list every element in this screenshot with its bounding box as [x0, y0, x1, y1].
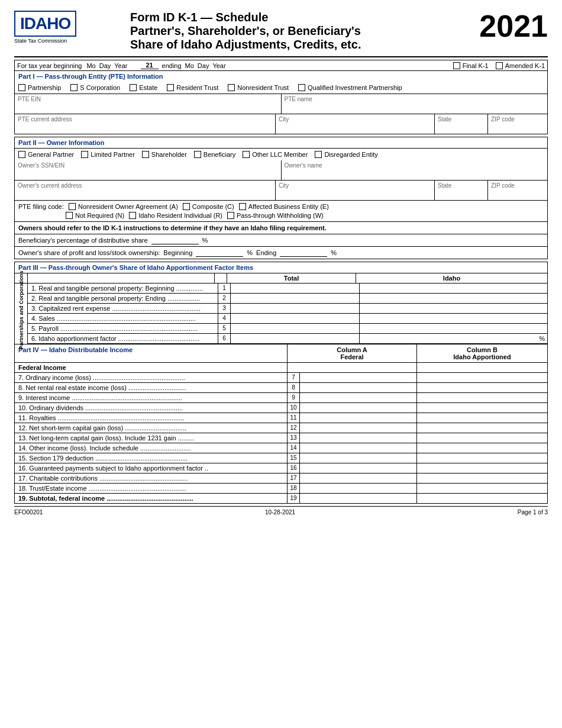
- part4-row8-b[interactable]: [417, 383, 547, 392]
- part4-row10-a[interactable]: [300, 403, 417, 413]
- part3-row2-idaho[interactable]: [360, 294, 547, 303]
- year-value[interactable]: 21: [141, 62, 159, 69]
- part4-row-12: 12. Net short-term capital gain (loss) .…: [14, 423, 548, 433]
- part3-row1-idaho[interactable]: [360, 284, 547, 293]
- part4-row17-a[interactable]: [300, 473, 417, 483]
- amended-k1-box[interactable]: [496, 62, 503, 69]
- part4-row9-a[interactable]: [300, 393, 417, 402]
- part4-row7-b[interactable]: [417, 373, 547, 382]
- part4-row7-a[interactable]: [300, 373, 417, 382]
- part4-row13-b[interactable]: [417, 433, 547, 443]
- part4-row8-a[interactable]: [300, 383, 417, 392]
- part4-row16-b[interactable]: [417, 463, 547, 473]
- owner-name-cell: Owner's name: [282, 160, 548, 180]
- part3-row6-total[interactable]: [231, 334, 360, 343]
- part4-federal-income-label: Federal Income: [15, 363, 287, 372]
- owner-ssn-value[interactable]: [18, 169, 278, 178]
- beneficiary-checkbox[interactable]: Beneficiary: [194, 151, 235, 158]
- owner-address-value[interactable]: [18, 189, 272, 198]
- beginning-label: Beginning: [163, 249, 192, 256]
- part4-row14-b[interactable]: [417, 443, 547, 453]
- part4-row11-a[interactable]: [300, 413, 417, 423]
- disregarded-entity-checkbox[interactable]: Disregarded Entity: [315, 151, 378, 158]
- part3-desc-header: [28, 273, 214, 283]
- idaho-resident-checkbox[interactable]: Idaho Resident Individual (R): [129, 212, 222, 219]
- part3-row3-desc: 3. Capitalized rent expense ............…: [28, 304, 218, 313]
- pte-name-value[interactable]: [285, 102, 545, 112]
- pte-state-value[interactable]: [438, 123, 485, 132]
- owner-city-value[interactable]: [279, 189, 431, 198]
- part3-row-6: 6. Idaho apportionment factor ..........…: [28, 334, 547, 344]
- part3-row2-num: 2: [218, 294, 231, 303]
- part4-row15-a[interactable]: [300, 453, 417, 463]
- part4-row19-desc: 19. Subtotal, federal income ...........…: [15, 494, 287, 503]
- part4-row16-num: 16: [287, 463, 300, 473]
- limited-partner-checkbox[interactable]: Limited Partner: [81, 151, 135, 158]
- nonresident-agreement-checkbox[interactable]: Nonresident Owner Agreement (A): [69, 203, 178, 210]
- amended-k1-checkbox[interactable]: Amended K-1: [496, 62, 545, 69]
- nonresident-trust-checkbox[interactable]: Nonresident Trust: [228, 84, 289, 91]
- not-required-checkbox[interactable]: Not Required (N): [66, 212, 124, 219]
- part4-row9-b[interactable]: [417, 393, 547, 402]
- owners-share-label: Owner's share of profit and loss/stock o…: [18, 249, 160, 256]
- other-llc-checkbox[interactable]: Other LLC Member: [243, 151, 308, 158]
- pte-city-value[interactable]: [279, 123, 431, 132]
- part4-row14-a[interactable]: [300, 443, 417, 453]
- owner-zip-cell: ZIP code: [488, 181, 547, 200]
- beginning-pct-input[interactable]: [196, 249, 243, 257]
- part4-row13-a[interactable]: [300, 433, 417, 443]
- partnership-checkbox[interactable]: Partnership: [18, 84, 61, 91]
- part3-row-2: 2. Real and tangible personal property: …: [28, 294, 547, 304]
- part3-row6-idaho[interactable]: %: [360, 334, 547, 343]
- passthrough-withholding-checkbox[interactable]: Pass-through Withholding (W): [227, 212, 324, 219]
- part4-row18-b[interactable]: [417, 484, 547, 493]
- estate-checkbox[interactable]: Estate: [130, 84, 157, 91]
- part4-row11-b[interactable]: [417, 413, 547, 423]
- pte-zip-value[interactable]: [491, 123, 544, 132]
- owner-zip-value[interactable]: [491, 189, 544, 198]
- owner-state-value[interactable]: [438, 189, 485, 198]
- part4-col-b-sub-header: [417, 363, 547, 372]
- part3-row2-total[interactable]: [231, 294, 360, 303]
- shareholder-checkbox[interactable]: Shareholder: [142, 151, 187, 158]
- ending-label: ending: [162, 62, 182, 69]
- ending-pct-input[interactable]: [280, 249, 327, 257]
- part3-row3-num: 3: [218, 304, 231, 313]
- part4-row12-a[interactable]: [300, 423, 417, 433]
- part4-row16-a[interactable]: [300, 463, 417, 473]
- resident-trust-checkbox[interactable]: Resident Trust: [167, 84, 218, 91]
- year2-label: Year: [212, 62, 225, 69]
- s-corporation-checkbox[interactable]: S Corporation: [70, 84, 120, 91]
- general-partner-checkbox[interactable]: General Partner: [18, 151, 74, 158]
- beneficiary-pct-row: Beneficiary's percentage of distributive…: [14, 234, 548, 246]
- mo2-label: Mo: [185, 62, 194, 69]
- part3-row3-idaho[interactable]: [360, 304, 547, 313]
- part4-row12-b[interactable]: [417, 423, 547, 433]
- pct-symbol: %: [202, 237, 208, 244]
- part3-row3-total[interactable]: [231, 304, 360, 313]
- pte-ein-value[interactable]: [18, 102, 278, 112]
- part4-sub-header: Federal Income: [14, 362, 548, 372]
- final-k1-checkbox[interactable]: Final K-1: [453, 62, 489, 69]
- part3-row4-total[interactable]: [231, 314, 360, 323]
- part3-row1-total[interactable]: [231, 284, 360, 293]
- affected-business-checkbox[interactable]: Affected Business Entity (E): [239, 203, 329, 210]
- part3-col-headers: Total Idaho: [14, 273, 548, 283]
- part4-row15-b[interactable]: [417, 453, 547, 463]
- owner-zip-label: ZIP code: [491, 182, 544, 189]
- part4-row18-a[interactable]: [300, 484, 417, 493]
- owner-name-value[interactable]: [285, 169, 545, 178]
- part3-row4-idaho[interactable]: [360, 314, 547, 323]
- part3-row5-idaho[interactable]: [360, 324, 547, 333]
- part4-row10-b[interactable]: [417, 403, 547, 413]
- part4-row19-a[interactable]: [300, 494, 417, 503]
- part4-col-b-label: Column B: [419, 346, 545, 353]
- part4-row17-b[interactable]: [417, 473, 547, 483]
- composite-checkbox[interactable]: Composite (C): [183, 203, 234, 210]
- pte-address-value[interactable]: [18, 123, 272, 132]
- qualified-investment-checkbox[interactable]: Qualified Investment Partnership: [298, 84, 402, 91]
- part3-row5-total[interactable]: [231, 324, 360, 333]
- beneficiary-pct-input[interactable]: [151, 236, 199, 244]
- part4-row19-b[interactable]: [417, 494, 547, 503]
- final-k1-box[interactable]: [453, 62, 460, 69]
